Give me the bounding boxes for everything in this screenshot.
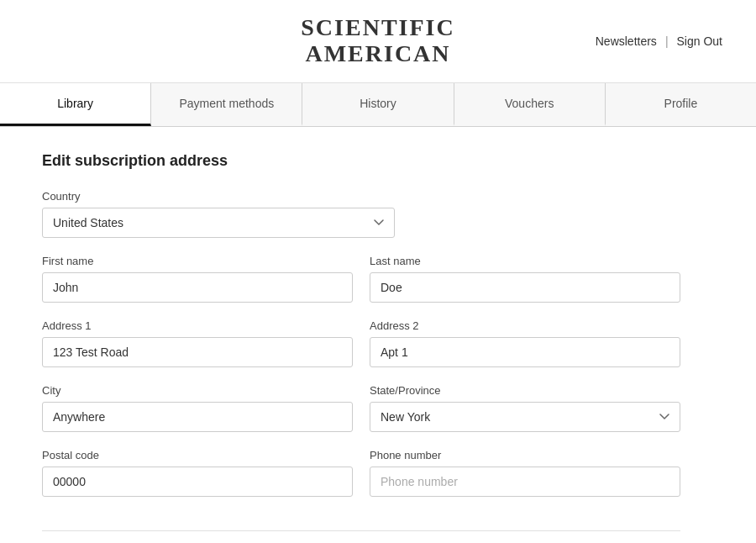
phone-input[interactable]: [370, 467, 680, 497]
last-name-input[interactable]: [370, 272, 680, 303]
main-content: Edit subscription address Country United…: [0, 127, 722, 543]
address2-input[interactable]: [370, 337, 680, 367]
city-input[interactable]: [42, 402, 353, 432]
logo: SCIENTIFIC AMERICAN: [301, 15, 454, 67]
address-row: Address 1 Address 2: [42, 319, 680, 384]
address2-group: Address 2: [370, 319, 680, 367]
postal-input[interactable]: [42, 467, 353, 497]
section-title: Edit subscription address: [42, 152, 680, 170]
header: SCIENTIFIC AMERICAN Newsletters | Sign O…: [0, 0, 756, 83]
city-state-row: City State/Province New York California …: [42, 384, 680, 449]
phone-group: Phone number: [370, 449, 680, 497]
first-name-label: First name: [42, 255, 353, 267]
postal-label: Postal code: [42, 449, 353, 461]
address1-label: Address 1: [42, 319, 353, 332]
first-name-input[interactable]: [42, 272, 353, 303]
city-label: City: [42, 384, 353, 397]
form-divider: [42, 530, 680, 531]
state-label: State/Province: [370, 384, 680, 397]
tab-vouchers[interactable]: Vouchers: [454, 83, 606, 126]
nav-divider: |: [665, 34, 669, 48]
country-group: Country United States Canada United King…: [42, 190, 395, 238]
logo-text: SCIENTIFIC AMERICAN: [301, 15, 454, 67]
postal-phone-row: Postal code Phone number: [42, 449, 680, 514]
first-name-group: First name: [42, 255, 353, 303]
sign-out-link[interactable]: Sign Out: [677, 34, 722, 48]
state-group: State/Province New York California Texas…: [370, 384, 680, 432]
tabs-bar: Library Payment methods History Vouchers…: [0, 83, 756, 127]
city-group: City: [42, 384, 353, 432]
last-name-group: Last name: [370, 255, 680, 303]
header-nav: Newsletters | Sign Out: [596, 34, 722, 48]
tab-history[interactable]: History: [302, 83, 454, 126]
newsletters-link[interactable]: Newsletters: [596, 34, 657, 48]
tab-profile[interactable]: Profile: [606, 83, 756, 126]
postal-group: Postal code: [42, 449, 353, 497]
name-row: First name Last name: [42, 255, 680, 319]
tab-library[interactable]: Library: [0, 83, 151, 126]
last-name-label: Last name: [370, 255, 680, 267]
state-select[interactable]: New York California Texas Florida Other: [370, 402, 680, 432]
phone-label: Phone number: [370, 449, 680, 461]
address1-group: Address 1: [42, 319, 353, 367]
country-select[interactable]: United States Canada United Kingdom Aust…: [42, 208, 395, 238]
country-label: Country: [42, 190, 395, 203]
address2-label: Address 2: [370, 319, 680, 332]
tab-payment-methods[interactable]: Payment methods: [151, 83, 302, 126]
address1-input[interactable]: [42, 337, 353, 367]
